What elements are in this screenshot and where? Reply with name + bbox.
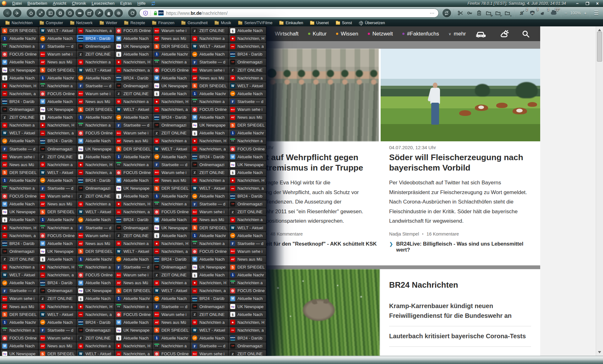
- bookmark-menu-item-welt[interactable]: WWELT - Aktuel: [77, 350, 114, 356]
- bookmark-menu-item-az[interactable]: AZNews aus Mü: [229, 114, 266, 121]
- menubar-item-chronik[interactable]: Chronik: [69, 1, 89, 6]
- menubar-item-extras[interactable]: Extras: [117, 1, 135, 6]
- bookmark-menu-item-focus[interactable]: ⊕FOCUS Online: [115, 169, 152, 176]
- bookmark-menu-item-spiegel[interactable]: SDER SPIEGEL: [39, 208, 76, 215]
- bookmark-menu-item-tp[interactable]: TPOnlinemagazi: [115, 82, 152, 90]
- resize-button[interactable]: [36, 9, 45, 17]
- bookmark-menu-item-tbp[interactable]: tbpUK Newspape: [1, 350, 38, 356]
- bookmark-menu-item-zeit[interactable]: ZZEIT ONLINE: [115, 90, 152, 97]
- bookmark-menu-item-merkur[interactable]: MAktuelle Nach: [115, 319, 152, 326]
- bookmark-menu-item-welt[interactable]: WWELT - Aktuel: [39, 169, 76, 176]
- site-nav-mehr[interactable]: ∨mehr: [448, 31, 466, 37]
- bookmark-menu-item-zeit[interactable]: ZZEIT ONLINE: [77, 193, 114, 200]
- article-image-soeder-meadow[interactable]: [381, 49, 540, 141]
- print-button[interactable]: [56, 9, 64, 17]
- bookmark-menu-item-ntv[interactable]: ntvNachrichten, a: [229, 185, 266, 192]
- bookmark-menu-item-az[interactable]: AZNews aus Mü: [229, 256, 266, 263]
- bookmark-menu-item-sz[interactable]: §Aktuelle Nach: [77, 295, 114, 302]
- scrollbar-thumb[interactable]: [597, 32, 602, 62]
- new-window-button[interactable]: [85, 9, 94, 17]
- bookmark-menu-item-welt[interactable]: WWELT - Aktuel: [115, 106, 152, 113]
- bookmark-menu-item-tagesschau[interactable]: 1Aktuelle Nachr: [115, 153, 152, 160]
- bookmark-menu-item-fr[interactable]: FRNachrichten a: [229, 279, 266, 286]
- bookmark-menu-item-tagesschau[interactable]: 1Aktuelle Nachr: [1, 177, 38, 184]
- bookmark-menu-item-merkur[interactable]: MAktuelle Nach: [39, 98, 76, 105]
- bookmark-menu-item-merkur[interactable]: MAktuelle Nach: [77, 137, 114, 144]
- bookmark-menu-item-zeit[interactable]: ZZEIT ONLINE: [153, 271, 190, 279]
- noscript-extension-button[interactable]: S2: [518, 9, 525, 17]
- bookmark-menu-item-zeit[interactable]: ZZEIT ONLINE: [229, 67, 266, 74]
- bookmark-menu-item-stern[interactable]: ★Nachrichten, H: [115, 200, 152, 208]
- folder-close-button[interactable]: ×: [504, 9, 511, 17]
- bookmark-menu-item-tp[interactable]: TPOnlinemagazi: [77, 43, 114, 50]
- bookmark-menu-item-merkur[interactable]: MAktuelle Nach: [229, 295, 266, 302]
- home-button[interactable]: [27, 9, 35, 17]
- bookmark-menu-item-tp[interactable]: TPOnlinemagazi: [191, 161, 228, 168]
- bookmark-menu-item-br24[interactable]: BR24BR24 - Darüb: [115, 74, 152, 82]
- bookmark-menu-item-stern[interactable]: ★Nachrichten, H: [77, 161, 114, 168]
- bookmark-menu-item-az[interactable]: AZNews aus Mü: [191, 74, 228, 82]
- bookmark-menu-item-sz[interactable]: §Aktuelle Nach: [191, 129, 228, 137]
- bookmark-menu-item-br24[interactable]: BR24BR24 - Darüb: [229, 51, 266, 58]
- bookmark-menu-item-tagesschau[interactable]: 1Aktuelle Nachr: [191, 90, 228, 97]
- bookmark-menu-item-stern[interactable]: ★Nachrichten, H: [229, 177, 266, 184]
- bookmark-menu-item-tp[interactable]: TPOnlinemagazi: [153, 122, 190, 129]
- bookmark-menu-item-az[interactable]: AZNews aus Mü: [153, 35, 190, 42]
- bookmark-menu-item-ntv[interactable]: ntvNachrichten, a: [191, 145, 228, 153]
- bookmark-menu-item-tbp[interactable]: tbpUK Newspape: [39, 248, 76, 255]
- bookmark-menu-item-sz[interactable]: §Aktuelle Nach: [39, 256, 76, 263]
- bookmark-menu-item-zdf[interactable]: zdfAktuelle Nach: [77, 74, 114, 82]
- bookmark-menu-item-az[interactable]: AZNews aus Mü: [153, 319, 190, 326]
- bookmark-menu-item-spiegel[interactable]: SDER SPIEGEL: [39, 350, 76, 356]
- bookmark-menu-item-merkur[interactable]: MAktuelle Nach: [153, 74, 190, 82]
- bookmark-menu-item-zdf[interactable]: zdfAktuelle Nach: [1, 279, 38, 286]
- bookmark-menu-item-tp[interactable]: TPOnlinemagazi: [229, 200, 266, 208]
- bookmark-menu-item-zdf[interactable]: zdfAktuelle Nach: [191, 193, 228, 200]
- bookmark-menu-item-tz[interactable]: tzNachrichten a: [191, 319, 228, 326]
- bookmarks-folder-computer[interactable]: Computer: [36, 19, 67, 26]
- bookmark-menu-item-stern[interactable]: ★Nachrichten, H: [1, 224, 38, 231]
- bookmark-menu-item-merkur[interactable]: MAktuelle Nach: [229, 153, 266, 160]
- bookmark-menu-item-zdf[interactable]: zdfAktuelle Nach: [39, 319, 76, 326]
- bookmarks-folder-rezepte[interactable]: Rezepte: [121, 19, 149, 26]
- bookmark-menu-item-tz[interactable]: tzNachrichten a: [39, 303, 76, 310]
- bookmark-menu-item-spiegel[interactable]: SDER SPIEGEL: [153, 185, 190, 192]
- bookmark-menu-item-tbp[interactable]: tbpUK Newspape: [77, 145, 114, 153]
- bookmark-menu-item-tz[interactable]: tzNachrichten a: [1, 122, 38, 129]
- bookmark-menu-item-merkur[interactable]: MAktuelle Nach: [1, 58, 38, 66]
- bookmark-menu-item-fr[interactable]: FRNachrichten a: [191, 240, 228, 247]
- site-nav-netzwelt[interactable]: Netzwelt: [368, 31, 393, 37]
- bookmark-menu-item-spiegel[interactable]: SDER SPIEGEL: [1, 311, 38, 318]
- bookmark-menu-item-merkur[interactable]: MAktuelle Nach: [115, 35, 152, 42]
- bookmark-menu-item-spiegel[interactable]: SDER SPIEGEL: [229, 263, 266, 271]
- bookmark-menu-item-faz[interactable]: FStartseite — d: [1, 287, 38, 294]
- bookmark-menu-item-spiegel[interactable]: SDER SPIEGEL: [153, 43, 190, 50]
- bookmark-menu-item-bild[interactable]: BILDWarum sehe i: [39, 51, 76, 58]
- bookmark-menu-item-sz[interactable]: §Aktuelle Nach: [39, 114, 76, 121]
- https-lock-icon[interactable]: [153, 11, 158, 16]
- bookmark-menu-item-tp[interactable]: TPOnlinemagazi: [1, 106, 38, 113]
- sidebar-button[interactable]: [46, 9, 55, 17]
- bookmark-menu-item-tz[interactable]: tzNachrichten a: [115, 98, 152, 105]
- wrench-button[interactable]: [95, 9, 103, 17]
- bookmark-menu-item-tp[interactable]: TPOnlinemagazi: [229, 58, 266, 66]
- bookmark-menu-item-zdf[interactable]: zdfAktuelle Nach: [115, 114, 152, 121]
- bookmark-menu-item-stern[interactable]: ★Nachrichten, H: [153, 98, 190, 105]
- bookmark-menu-item-bild[interactable]: BILDWarum sehe i: [153, 27, 190, 34]
- bookmarks-folder-musik[interactable]: Musik: [211, 19, 235, 26]
- bookmark-menu-item-tbp[interactable]: tbpUK Newspape: [191, 263, 228, 271]
- bookmark-menu-item-bild[interactable]: BILDWarum sehe i: [1, 153, 38, 160]
- bookmark-menu-item-az[interactable]: AZNews aus Mü: [77, 98, 114, 105]
- tracking-shield-icon[interactable]: [143, 11, 148, 16]
- weather-icon[interactable]: [499, 30, 509, 38]
- menubar-item-datei[interactable]: Datei: [9, 1, 24, 6]
- bookmark-menu-item-tbp[interactable]: tbpUK Newspape: [1, 67, 38, 74]
- br24-headline[interactable]: Kramp-Karrenbauer kündigt neuen Freiwill…: [389, 301, 527, 321]
- bookmark-menu-item-az[interactable]: AZNews aus Mü: [39, 200, 76, 208]
- bookmark-menu-item-tagesschau[interactable]: 1Aktuelle Nachr: [153, 193, 190, 200]
- bookmark-menu-item-faz[interactable]: FStartseite — d: [77, 224, 114, 231]
- scissors-button[interactable]: [457, 9, 464, 17]
- bookmark-menu-item-tagesschau[interactable]: 1Aktuelle Nachr: [229, 129, 266, 137]
- bookmark-menu-item-welt[interactable]: WWELT - Aktuel: [1, 271, 38, 279]
- bookmark-menu-item-faz[interactable]: FStartseite — d: [115, 263, 152, 271]
